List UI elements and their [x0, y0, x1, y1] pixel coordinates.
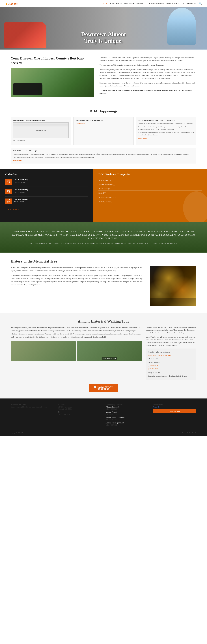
read-more-4[interactable]: READ MORE — [13, 160, 194, 161]
search-icon[interactable]: 🔍 — [199, 2, 202, 5]
footer-link-minutes[interactable]: Meeting Minutes — [16, 406, 28, 408]
hero-headline: Downtown Almont Truly is Unique. — [81, 31, 126, 44]
brochure-button[interactable]: 📄 Walking Tour Brochure — [89, 384, 118, 392]
intro-section: Come Discover One of Lapeer County's Bes… — [0, 50, 207, 104]
fountain-park-main: Come stroll through the Almont Fountain … — [11, 230, 196, 240]
fountain-park-section: Come stroll through the Almont Fountain … — [0, 222, 207, 252]
hero-section: Downtown Almont Truly is Unique. — [0, 7, 207, 50]
business-cat-2[interactable]: Health/Beauty/Fitness (4) — [98, 183, 202, 186]
footer-police-name: Almont Police Department — [105, 416, 149, 419]
footer-police-phone: (810) 798-8300 — [105, 419, 149, 421]
walking-para-right-2: This self-guided tour will be sure to in… — [146, 336, 196, 347]
intro-para-4: Experience what others already have. Dow… — [100, 82, 196, 87]
intro-quote: "A Hidden Gem in the Thumb" - published … — [100, 89, 196, 95]
intro-heading: Come Discover One of Lapeer County's Bes… — [11, 56, 94, 65]
walking-para-right-1: Generous funding from the Four County Co… — [146, 326, 196, 334]
event-time-2: 7:00 PM - 8:00 PM — [14, 191, 28, 193]
footer-fire-name: Almont Fire Department — [105, 422, 149, 424]
calendar-event-2: FEB 22 DDA Board Meeting 7:00 PM - 8:00 … — [5, 189, 88, 196]
happening-title-3: 2022 Annual Holly Day Light Parade - Dec… — [138, 119, 194, 121]
logo[interactable]: 🔶 Almont — [5, 1, 17, 6]
calendar-event-1: JAN 25 DDA Board Meeting 7:00 PM - 8:00 … — [5, 179, 88, 187]
walking-tour-section: Almont Historical Walking Tour If buildi… — [0, 312, 207, 398]
nav-business-dir[interactable]: DDA Business Directory — [147, 2, 164, 4]
happening-content-4a: The DDA will be holding two Informationa… — [13, 153, 194, 155]
footer-dda-links-title: Almont DDA Links — [11, 404, 54, 406]
happening-card-1: Almont Heritage Festival and Classic Car… — [11, 117, 71, 145]
footer-township-name: Almont Township — [105, 411, 149, 413]
event-day-2: 22 — [6, 191, 11, 194]
footer-village-phone: (810) 798-8528 — [105, 408, 149, 410]
nav-community[interactable]: In Your Community — [183, 2, 196, 4]
navigation: 🔶 Almont Home About the DDA Doing Busine… — [0, 0, 207, 7]
brochure-icon: 📄 — [94, 386, 97, 388]
read-more-3[interactable]: READ MORE — [138, 137, 194, 139]
memorial-tree-title: History of the Memorial Tree — [11, 259, 196, 264]
footer: Almont DDA Links Home Meeting Minutes Ca… — [0, 398, 207, 436]
event-title-2: DDA Board Meeting — [14, 189, 28, 191]
view-all-events[interactable]: VIEW ALL EVENTS — [5, 208, 88, 210]
contact-dda-button[interactable]: Contact the DDA — [153, 409, 197, 413]
event-day-3: 22 — [6, 201, 11, 204]
footer-link-home[interactable]: Home — [11, 406, 15, 408]
intro-para-3: Nestled among rolling fields and neighbo… — [100, 68, 196, 80]
event-time-1: 7:00 PM - 8:00 PM — [14, 182, 28, 183]
happening-content-3c: If you have any other questions, please … — [138, 132, 194, 136]
read-more-2[interactable]: READ MORE — [75, 122, 131, 124]
happening-card-2: CBD Sidewalk Snow & Ice Removal RFP READ… — [73, 117, 134, 145]
fountain-park-small: Revitalization of previously blighted lo… — [11, 242, 196, 244]
footer-fire-phone: (810) 798-8111 — [105, 424, 149, 426]
happening-title-1: Almont Heritage Festival and Classic Car… — [13, 119, 69, 121]
walking-para-left: If buildings could speak, what stories t… — [11, 326, 142, 338]
enlarge-photo-1[interactable]: ENLARGE PHOTO — [13, 140, 69, 142]
footer-copyright: Copyright © 2000-2023 — [11, 432, 23, 434]
happening-title-4: DDA 2022 Informational Meeting Dates — [13, 150, 194, 152]
footer-social: Social Media Facebook Contact the DDA — [153, 404, 197, 426]
footer-address-title: Address — [58, 404, 102, 406]
happening-card-4: DDA 2022 Informational Meeting Dates The… — [11, 148, 196, 164]
dda-business-title: DDA Business Categories — [98, 173, 202, 176]
footer-dda-links: Almont DDA Links Home Meeting Minutes Ca… — [11, 404, 54, 426]
memorial-para-2: To honor their memory, their parents pla… — [11, 274, 145, 286]
footer-village-name: Village of Almont — [105, 406, 149, 408]
dda-happenings-section: DDA Happenings Almont Heritage Festival … — [0, 104, 207, 169]
happening-content-3a: The Almont DDA is excited to start looki… — [138, 122, 194, 125]
nav-home[interactable]: Home — [103, 2, 107, 4]
nav-doing-business[interactable]: Doing Business Downtown — [124, 2, 144, 4]
dda-happenings-title: DDA Happenings — [11, 109, 196, 113]
calendar-title: Calendar — [5, 173, 88, 176]
memorial-para-1: In 1982, three young men in the communit… — [11, 266, 145, 272]
footer-address: Address 817 N. Main Street Almont, MI 48… — [58, 404, 102, 426]
business-cat-3[interactable]: Manufacturing (4) — [98, 187, 202, 190]
event-title-1: DDA Board Meeting — [14, 179, 28, 181]
event-time-3: 7:00 PM - 8:00 PM — [14, 201, 28, 203]
intro-para-2: The historic roots of this charming comm… — [100, 64, 196, 66]
footer-social-title: Social Media — [153, 404, 197, 406]
business-cat-4[interactable]: Medical (1) — [98, 192, 202, 195]
walking-image-2 — [77, 341, 142, 361]
contact-appreciation-box: A special word of appreciation to: Four … — [146, 348, 196, 380]
footer-community: Community Contacts Village of Almont (81… — [105, 404, 149, 426]
footer-link-notices[interactable]: Public Notices — [36, 406, 47, 408]
nav-about-dda[interactable]: About the DDA — [110, 2, 122, 4]
footer-facebook-link[interactable]: Facebook — [153, 406, 159, 408]
happening-image-1 — [13, 122, 69, 138]
happening-card-3: 2022 Annual Holly Day Light Parade - Dec… — [136, 117, 196, 145]
footer-link-calendar[interactable]: Calendar — [29, 406, 35, 408]
nav-downtown-events[interactable]: Downtown Events — [167, 2, 180, 4]
footer-phone: (810) 798-8525 — [58, 413, 102, 416]
appreciation-address: 231 E. St. Clair — [148, 358, 194, 360]
appreciation-city: Almont, MI 48003 — [148, 361, 194, 364]
memorial-tree-section: History of the Memorial Tree In 1982, th… — [0, 252, 207, 312]
footer-community-title: Community Contacts — [105, 404, 149, 406]
footer-address-line2: Almont, MI 48003 — [58, 408, 102, 410]
footer-powered-by: Powered by Civic Clam™ — [182, 432, 196, 434]
appreciation-footer-label: For good. For ever. — [148, 372, 194, 374]
event-day-1: 25 — [6, 181, 11, 184]
footer-phone-label: Phone: — [58, 411, 102, 413]
happening-content-3b: If you are interested in entering a floa… — [138, 126, 194, 130]
appreciation-org: Four County Community Foundation — [148, 354, 194, 357]
walking-image-1 — [11, 341, 76, 361]
business-cat-1[interactable]: Dining/Drinks (13) — [98, 179, 202, 182]
intro-para-1: Founded in 1832, Almont is the sixth old… — [100, 56, 196, 62]
